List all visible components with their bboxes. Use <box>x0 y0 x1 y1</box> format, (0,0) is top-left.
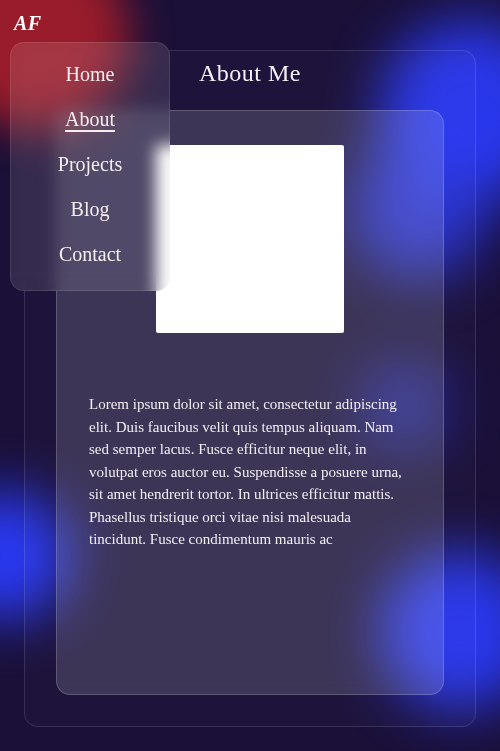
nav-item-contact[interactable]: Contact <box>59 243 121 266</box>
profile-photo <box>156 145 344 333</box>
site-logo[interactable]: AF <box>14 12 42 35</box>
nav-item-blog[interactable]: Blog <box>71 198 110 221</box>
bio-text: Lorem ipsum dolor sit amet, consectetur … <box>85 393 415 551</box>
nav-item-projects[interactable]: Projects <box>58 153 122 176</box>
nav-item-home[interactable]: Home <box>66 63 115 86</box>
nav-panel: Home About Projects Blog Contact <box>10 42 170 291</box>
nav-item-about[interactable]: About <box>65 108 115 131</box>
